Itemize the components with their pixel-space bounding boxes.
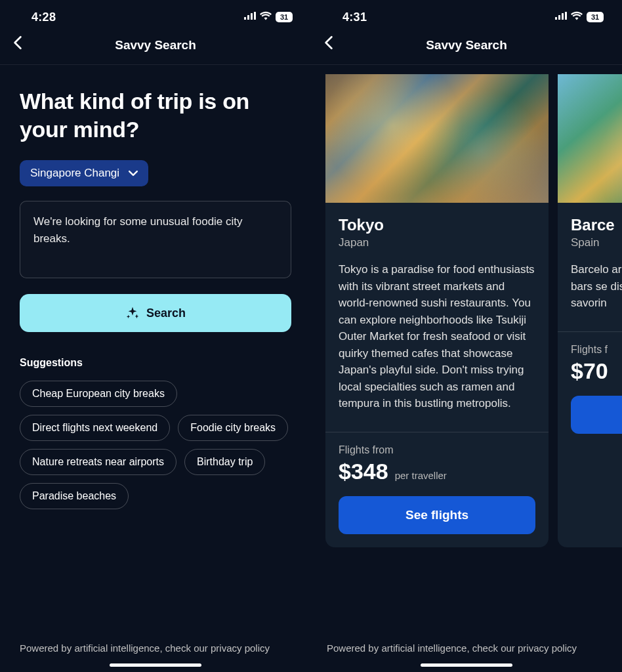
- destination-image: [558, 74, 622, 203]
- suggestions-heading: Suggestions: [20, 357, 291, 369]
- status-time: 4:28: [31, 10, 56, 24]
- origin-selector[interactable]: Singapore Changi: [20, 160, 148, 186]
- search-button-label: Search: [146, 306, 186, 320]
- svg-rect-3: [254, 12, 256, 20]
- app-header: Savvy Search: [0, 29, 311, 65]
- search-query-input[interactable]: We're looking for some unusual foodie ci…: [20, 201, 291, 278]
- see-flights-button[interactable]: [571, 396, 622, 434]
- status-icons: 31: [555, 11, 604, 23]
- svg-rect-5: [558, 15, 560, 20]
- flights-from-label: Flights f: [571, 344, 622, 356]
- battery-indicator: 31: [587, 12, 604, 22]
- svg-rect-7: [565, 12, 567, 20]
- origin-label: Singapore Changi: [30, 167, 119, 180]
- destination-title: Barce: [571, 216, 622, 234]
- see-flights-button[interactable]: See flights: [339, 496, 535, 534]
- back-button[interactable]: [13, 35, 22, 52]
- per-traveller-label: per traveller: [395, 470, 447, 481]
- suggestion-chip[interactable]: Direct flights next weekend: [20, 415, 170, 441]
- card-body: Barce Spain Barcelo architec making geta…: [558, 203, 622, 321]
- suggestions-chips: Cheap European city breaks Direct flight…: [20, 381, 291, 509]
- wifi-icon: [260, 11, 272, 23]
- cellular-signal-icon: [244, 11, 256, 23]
- screen-results: 4:31 31 Savvy Search Tokyo Japan Tokyo i…: [311, 0, 622, 672]
- home-indicator[interactable]: [110, 663, 201, 667]
- status-time: 4:31: [342, 10, 367, 24]
- chevron-down-icon: [129, 169, 138, 178]
- suggestion-chip[interactable]: Cheap European city breaks: [20, 381, 177, 407]
- destination-card[interactable]: Barce Spain Barcelo architec making geta…: [558, 74, 622, 547]
- suggestion-chip[interactable]: Paradise beaches: [20, 483, 129, 509]
- footer-disclaimer[interactable]: Powered by artificial intelligence, chec…: [20, 641, 291, 672]
- card-body: Tokyo Japan Tokyo is a paradise for food…: [325, 203, 549, 421]
- result-cards[interactable]: Tokyo Japan Tokyo is a paradise for food…: [325, 74, 622, 547]
- destination-country: Japan: [339, 236, 535, 249]
- destination-country: Spain: [571, 236, 622, 249]
- destination-card[interactable]: Tokyo Japan Tokyo is a paradise for food…: [325, 74, 549, 547]
- destination-title: Tokyo: [339, 216, 535, 234]
- destination-description: Barcelo architec making getawa Gothic ba…: [571, 261, 622, 312]
- header-title: Savvy Search: [426, 38, 507, 52]
- price-value: $70: [571, 358, 608, 384]
- svg-rect-1: [247, 15, 249, 20]
- svg-rect-2: [251, 13, 253, 20]
- results-content: Tokyo Japan Tokyo is a paradise for food…: [311, 65, 622, 672]
- status-bar: 4:31 31: [311, 0, 622, 29]
- suggestion-chip[interactable]: Foodie city breaks: [178, 415, 288, 441]
- suggestion-chip[interactable]: Nature retreats near airports: [20, 449, 176, 475]
- status-bar: 4:28 31: [0, 0, 311, 29]
- search-button[interactable]: Search: [20, 294, 291, 332]
- price-section: Flights from $348 per traveller See flig…: [325, 432, 549, 547]
- page-heading: What kind of trip is on your mind?: [20, 87, 291, 143]
- home-indicator[interactable]: [421, 663, 512, 667]
- suggestion-chip[interactable]: Birthday trip: [184, 449, 265, 475]
- svg-rect-0: [244, 17, 246, 20]
- app-header: Savvy Search: [311, 29, 622, 65]
- wifi-icon: [571, 11, 583, 23]
- price-value: $348: [339, 459, 388, 484]
- battery-indicator: 31: [276, 12, 293, 22]
- screen-search-input: 4:28 31 Savvy Search What kind of trip i…: [0, 0, 311, 672]
- cellular-signal-icon: [555, 11, 567, 23]
- back-button[interactable]: [324, 35, 333, 52]
- svg-rect-4: [555, 17, 557, 20]
- flights-from-label: Flights from: [339, 444, 535, 456]
- status-icons: 31: [244, 11, 293, 23]
- sparkle-icon: [125, 306, 140, 320]
- price-row: $70: [571, 358, 622, 384]
- price-row: $348 per traveller: [339, 459, 535, 484]
- svg-rect-6: [562, 13, 564, 20]
- header-title: Savvy Search: [115, 38, 196, 52]
- destination-image: [325, 74, 549, 203]
- price-section: Flights f $70: [558, 332, 622, 447]
- search-content: What kind of trip is on your mind? Singa…: [0, 65, 311, 672]
- destination-description: Tokyo is a paradise for food enthusiasts…: [339, 261, 535, 412]
